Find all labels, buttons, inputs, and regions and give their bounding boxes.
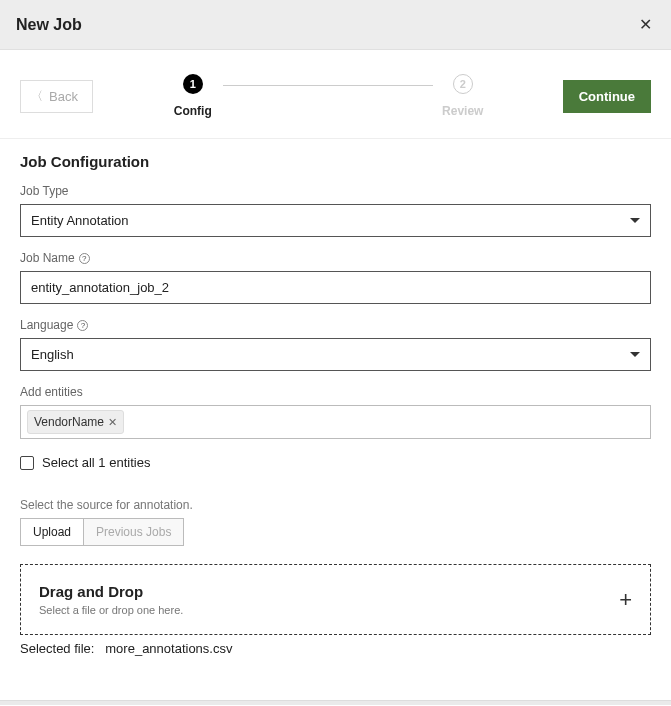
- tab-previous-jobs[interactable]: Previous Jobs: [84, 518, 184, 546]
- field-job-type: Job Type Entity Annotation: [20, 184, 651, 237]
- job-name-input[interactable]: entity_annotation_job_2: [20, 271, 651, 304]
- step-connector: [223, 85, 433, 86]
- step-circle-2: 2: [453, 74, 473, 94]
- field-entities: Add entities VendorName ✕: [20, 385, 651, 439]
- source-label: Select the source for annotation.: [20, 498, 651, 512]
- job-name-value: entity_annotation_job_2: [31, 280, 169, 295]
- select-all-checkbox[interactable]: [20, 456, 34, 470]
- chevron-left-icon: 〈: [31, 88, 43, 105]
- chip-label: VendorName: [34, 415, 104, 429]
- dropzone-title: Drag and Drop: [39, 583, 183, 600]
- dialog-header: New Job ✕: [0, 0, 671, 50]
- selected-file-label: Selected file:: [20, 641, 94, 656]
- step-config[interactable]: 1 Config: [163, 74, 223, 118]
- job-name-label: Job Name ?: [20, 251, 651, 265]
- footer-divider: [0, 700, 671, 705]
- plus-icon: +: [619, 587, 632, 613]
- source-tabs: Upload Previous Jobs: [20, 518, 651, 546]
- entities-input[interactable]: VendorName ✕: [20, 405, 651, 439]
- dialog-title: New Job: [16, 16, 82, 34]
- help-icon[interactable]: ?: [79, 253, 90, 264]
- caret-down-icon: [630, 352, 640, 357]
- selected-file-value: more_annotations.csv: [105, 641, 232, 656]
- step-review[interactable]: 2 Review: [433, 74, 493, 118]
- step-label-1: Config: [174, 104, 212, 118]
- language-select[interactable]: English: [20, 338, 651, 371]
- back-label: Back: [49, 89, 78, 104]
- stepper: 1 Config 2 Review: [93, 74, 563, 118]
- caret-down-icon: [630, 218, 640, 223]
- language-label: Language ?: [20, 318, 651, 332]
- field-language: Language ? English: [20, 318, 651, 371]
- tab-upload[interactable]: Upload: [20, 518, 84, 546]
- entities-label: Add entities: [20, 385, 651, 399]
- language-value: English: [31, 347, 74, 362]
- section-title: Job Configuration: [20, 153, 651, 170]
- back-button[interactable]: 〈 Back: [20, 80, 93, 113]
- selected-file-row: Selected file: more_annotations.csv: [20, 641, 651, 656]
- job-type-label: Job Type: [20, 184, 651, 198]
- step-label-2: Review: [442, 104, 483, 118]
- help-icon[interactable]: ?: [77, 320, 88, 331]
- select-all-row: Select all 1 entities: [20, 455, 651, 470]
- continue-button[interactable]: Continue: [563, 80, 651, 113]
- job-type-select[interactable]: Entity Annotation: [20, 204, 651, 237]
- close-icon[interactable]: ✕: [635, 15, 655, 34]
- select-all-label: Select all 1 entities: [42, 455, 150, 470]
- dropzone-subtitle: Select a file or drop one here.: [39, 604, 183, 616]
- chip-remove-icon[interactable]: ✕: [108, 416, 117, 429]
- config-section: Job Configuration Job Type Entity Annota…: [0, 139, 671, 656]
- field-job-name: Job Name ? entity_annotation_job_2: [20, 251, 651, 304]
- job-type-value: Entity Annotation: [31, 213, 129, 228]
- top-bar: 〈 Back 1 Config 2 Review Continue: [0, 50, 671, 139]
- file-dropzone[interactable]: Drag and Drop Select a file or drop one …: [20, 564, 651, 635]
- entity-chip[interactable]: VendorName ✕: [27, 410, 124, 434]
- step-circle-1: 1: [183, 74, 203, 94]
- dropzone-text: Drag and Drop Select a file or drop one …: [39, 583, 183, 616]
